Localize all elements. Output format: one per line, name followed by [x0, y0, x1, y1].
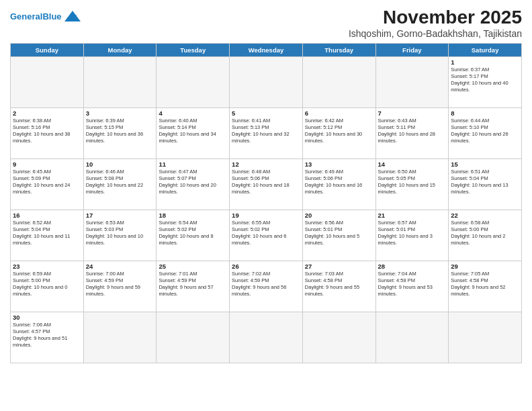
day-info: Sunrise: 6:47 AMSunset: 5:07 PMDaylight:…: [159, 169, 227, 196]
week-row-5: 30Sunrise: 7:06 AMSunset: 4:57 PMDayligh…: [11, 312, 522, 363]
day-info: Sunrise: 7:04 AMSunset: 4:58 PMDaylight:…: [378, 271, 447, 298]
day-number: 28: [378, 263, 447, 270]
header: GeneralBlue November 2025 Ishqoshim, Gor…: [10, 7, 522, 39]
day-info: Sunrise: 6:41 AMSunset: 5:13 PMDaylight:…: [232, 118, 300, 145]
week-row-3: 16Sunrise: 6:52 AMSunset: 5:04 PMDayligh…: [11, 210, 522, 261]
day-cell: [157, 312, 230, 363]
day-cell: 5Sunrise: 6:41 AMSunset: 5:13 PMDaylight…: [230, 108, 303, 159]
day-number: 4: [159, 109, 227, 117]
day-cell: 3Sunrise: 6:39 AMSunset: 5:15 PMDaylight…: [83, 108, 157, 159]
day-cell: 30Sunrise: 7:06 AMSunset: 4:57 PMDayligh…: [11, 312, 84, 363]
day-cell: 25Sunrise: 7:01 AMSunset: 4:59 PMDayligh…: [157, 261, 230, 312]
day-cell: 22Sunrise: 6:58 AMSunset: 5:00 PMDayligh…: [449, 210, 522, 261]
day-info: Sunrise: 6:52 AMSunset: 5:04 PMDaylight:…: [13, 220, 81, 247]
day-info: Sunrise: 6:56 AMSunset: 5:01 PMDaylight:…: [305, 220, 373, 247]
day-number: 21: [378, 212, 447, 219]
day-cell: 1Sunrise: 6:37 AMSunset: 5:17 PMDaylight…: [449, 57, 522, 108]
day-number: 30: [13, 314, 81, 321]
day-number: 23: [13, 263, 81, 270]
day-info: Sunrise: 6:43 AMSunset: 5:11 PMDaylight:…: [378, 118, 447, 145]
day-number: 26: [232, 263, 300, 270]
header-day-saturday: Saturday: [449, 44, 522, 57]
day-cell: 20Sunrise: 6:56 AMSunset: 5:01 PMDayligh…: [302, 210, 375, 261]
day-cell: 26Sunrise: 7:02 AMSunset: 4:59 PMDayligh…: [230, 261, 303, 312]
day-cell: 6Sunrise: 6:42 AMSunset: 5:12 PMDaylight…: [302, 108, 375, 159]
day-info: Sunrise: 6:50 AMSunset: 5:05 PMDaylight:…: [378, 169, 447, 196]
header-day-tuesday: Tuesday: [157, 44, 230, 57]
day-info: Sunrise: 6:42 AMSunset: 5:12 PMDaylight:…: [305, 118, 373, 145]
day-cell: 10Sunrise: 6:46 AMSunset: 5:08 PMDayligh…: [83, 159, 157, 210]
day-cell: [302, 57, 375, 108]
day-cell: 27Sunrise: 7:03 AMSunset: 4:58 PMDayligh…: [302, 261, 375, 312]
day-info: Sunrise: 6:46 AMSunset: 5:08 PMDaylight:…: [86, 169, 154, 196]
day-info: Sunrise: 6:58 AMSunset: 5:00 PMDaylight:…: [451, 220, 519, 247]
logo-blue: Blue: [42, 11, 61, 21]
day-cell: [302, 312, 375, 363]
day-info: Sunrise: 7:00 AMSunset: 4:59 PMDaylight:…: [86, 271, 154, 298]
day-cell: 24Sunrise: 7:00 AMSunset: 4:59 PMDayligh…: [83, 261, 157, 312]
day-number: 29: [451, 263, 519, 270]
day-cell: 16Sunrise: 6:52 AMSunset: 5:04 PMDayligh…: [11, 210, 84, 261]
header-day-monday: Monday: [83, 44, 157, 57]
day-info: Sunrise: 6:39 AMSunset: 5:15 PMDaylight:…: [86, 118, 154, 145]
calendar-header: SundayMondayTuesdayWednesdayThursdayFrid…: [11, 44, 522, 57]
day-number: 7: [378, 109, 447, 117]
svg-marker-1: [70, 15, 77, 21]
day-info: Sunrise: 7:01 AMSunset: 4:59 PMDaylight:…: [159, 271, 227, 298]
day-number: 3: [86, 109, 154, 117]
week-row-2: 9Sunrise: 6:45 AMSunset: 5:09 PMDaylight…: [11, 159, 522, 210]
day-number: 2: [13, 109, 81, 117]
day-number: 20: [305, 212, 373, 219]
day-info: Sunrise: 6:53 AMSunset: 5:03 PMDaylight:…: [86, 220, 154, 247]
day-cell: 7Sunrise: 6:43 AMSunset: 5:11 PMDaylight…: [375, 108, 449, 159]
day-cell: 17Sunrise: 6:53 AMSunset: 5:03 PMDayligh…: [83, 210, 157, 261]
week-row-1: 2Sunrise: 6:38 AMSunset: 5:16 PMDaylight…: [11, 108, 522, 159]
day-info: Sunrise: 6:51 AMSunset: 5:04 PMDaylight:…: [451, 169, 519, 196]
title-block: November 2025 Ishqoshim, Gorno-Badakhsha…: [349, 7, 522, 39]
day-cell: 4Sunrise: 6:40 AMSunset: 5:14 PMDaylight…: [157, 108, 230, 159]
day-info: Sunrise: 6:54 AMSunset: 5:02 PMDaylight:…: [159, 220, 227, 247]
day-info: Sunrise: 6:40 AMSunset: 5:14 PMDaylight:…: [159, 118, 227, 145]
day-number: 13: [305, 161, 373, 168]
day-cell: 28Sunrise: 7:04 AMSunset: 4:58 PMDayligh…: [375, 261, 449, 312]
day-number: 18: [159, 212, 227, 219]
day-number: 8: [451, 109, 519, 117]
day-info: Sunrise: 6:55 AMSunset: 5:02 PMDaylight:…: [232, 220, 300, 247]
day-cell: 29Sunrise: 7:05 AMSunset: 4:58 PMDayligh…: [449, 261, 522, 312]
day-number: 5: [232, 109, 300, 117]
day-number: 24: [86, 263, 154, 270]
day-info: Sunrise: 6:59 AMSunset: 5:00 PMDaylight:…: [13, 271, 81, 298]
day-cell: 2Sunrise: 6:38 AMSunset: 5:16 PMDaylight…: [11, 108, 84, 159]
day-number: 11: [159, 161, 227, 168]
week-row-4: 23Sunrise: 6:59 AMSunset: 5:00 PMDayligh…: [11, 261, 522, 312]
header-day-sunday: Sunday: [11, 44, 84, 57]
logo-general: General: [10, 11, 42, 21]
header-row: SundayMondayTuesdayWednesdayThursdayFrid…: [11, 44, 522, 57]
day-info: Sunrise: 7:03 AMSunset: 4:58 PMDaylight:…: [305, 271, 373, 298]
day-cell: 14Sunrise: 6:50 AMSunset: 5:05 PMDayligh…: [375, 159, 449, 210]
day-cell: [449, 312, 522, 363]
calendar-table: SundayMondayTuesdayWednesdayThursdayFrid…: [10, 43, 522, 363]
day-cell: 12Sunrise: 6:48 AMSunset: 5:06 PMDayligh…: [230, 159, 303, 210]
day-cell: [83, 312, 157, 363]
day-info: Sunrise: 6:49 AMSunset: 5:06 PMDaylight:…: [305, 169, 373, 196]
header-day-wednesday: Wednesday: [230, 44, 303, 57]
day-cell: 9Sunrise: 6:45 AMSunset: 5:09 PMDaylight…: [11, 159, 84, 210]
calendar-page: GeneralBlue November 2025 Ishqoshim, Gor…: [0, 0, 532, 411]
day-cell: [230, 312, 303, 363]
day-cell: [375, 312, 449, 363]
logo: GeneralBlue: [10, 9, 82, 24]
day-number: 27: [305, 263, 373, 270]
day-number: 14: [378, 161, 447, 168]
day-number: 6: [305, 109, 373, 117]
day-cell: 8Sunrise: 6:44 AMSunset: 5:10 PMDaylight…: [449, 108, 522, 159]
header-day-friday: Friday: [375, 44, 449, 57]
day-info: Sunrise: 6:45 AMSunset: 5:09 PMDaylight:…: [13, 169, 81, 196]
week-row-0: 1Sunrise: 6:37 AMSunset: 5:17 PMDaylight…: [11, 57, 522, 108]
month-title: November 2025: [349, 7, 522, 28]
day-number: 17: [86, 212, 154, 219]
day-info: Sunrise: 6:44 AMSunset: 5:10 PMDaylight:…: [451, 118, 519, 145]
day-info: Sunrise: 7:02 AMSunset: 4:59 PMDaylight:…: [232, 271, 300, 298]
day-cell: 21Sunrise: 6:57 AMSunset: 5:01 PMDayligh…: [375, 210, 449, 261]
day-info: Sunrise: 6:48 AMSunset: 5:06 PMDaylight:…: [232, 169, 300, 196]
